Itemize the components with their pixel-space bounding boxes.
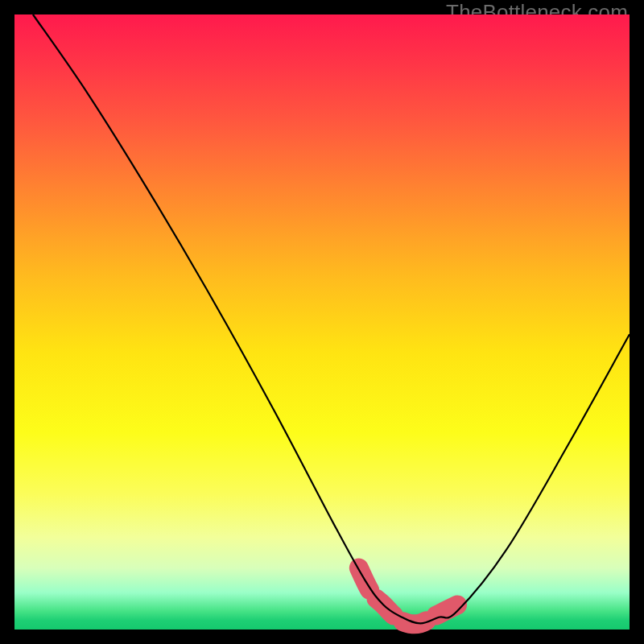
plot-area (14, 14, 630, 630)
chart-svg (14, 14, 630, 630)
chart-container: TheBottleneck.com (0, 0, 644, 644)
highlight-segment-path (359, 568, 457, 625)
bottleneck-curve-path (33, 14, 630, 623)
